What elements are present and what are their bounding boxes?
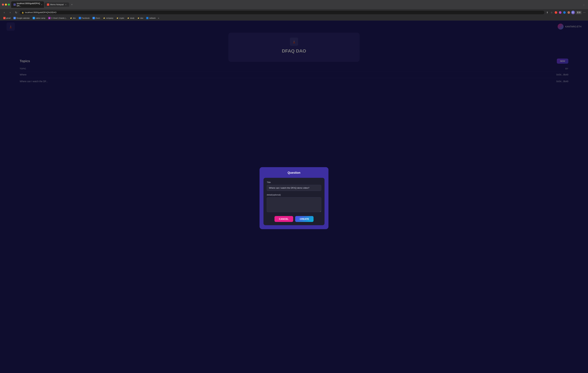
zoom-icon: Z: [93, 17, 95, 19]
detail-textarea[interactable]: [267, 197, 321, 212]
cancel-button[interactable]: CANCEL: [274, 216, 293, 222]
bookmark-icon[interactable]: ☆: [550, 11, 553, 14]
bookmark-c-voxel[interactable]: ◆ C-Voxel | Grants |...: [47, 17, 68, 20]
bookmark-facebook-label: Facebook: [82, 17, 90, 19]
bookmark-gmail-label: gmail: [6, 17, 10, 19]
bookmark-dev[interactable]: 📁 dev: [69, 17, 77, 20]
bookmark-dao[interactable]: 📁 dao: [136, 17, 145, 20]
extension-icon-2[interactable]: 🟣: [558, 11, 562, 14]
dao-icon: 📁: [137, 17, 140, 19]
modal-buttons: CANCEL CREATE: [267, 216, 321, 222]
bookmark-study-label: study: [130, 17, 134, 19]
close-window-button[interactable]: [2, 4, 4, 6]
bookmark-google-calendar[interactable]: G Google calendar: [12, 17, 31, 20]
menu-icon[interactable]: ⋯: [583, 11, 586, 14]
netbank-icon: 🔷: [146, 17, 148, 19]
tab-2[interactable]: Memo Notepad ✕: [45, 2, 69, 7]
tab-label-1: localhost:3000/guild/DFAQ DA...: [17, 2, 40, 7]
bookmark-dev-label: dev: [73, 17, 76, 19]
tab-close-1[interactable]: ✕: [41, 3, 42, 6]
tab-favicon-2: [47, 3, 49, 6]
bookmark-company[interactable]: 📁 company: [102, 17, 115, 20]
page-content: 🗼 KANTARO.ETH 🗼 DFAQ DAO Topics NEW TOPI…: [0, 21, 588, 373]
native-camp-icon: N: [33, 17, 35, 19]
title-input[interactable]: [267, 185, 321, 191]
traffic-lights: [2, 4, 10, 6]
bookmark-netbank-label: netbank: [149, 17, 156, 19]
bookmark-c-voxel-label: C-Voxel | Grants |...: [51, 17, 67, 19]
facebook-icon: f: [79, 17, 81, 19]
modal-title: Question: [263, 171, 325, 175]
bookmark-google-label: Google calendar: [16, 17, 30, 19]
translate-button[interactable]: 更新: [576, 11, 582, 14]
address-bar[interactable]: 🔒 localhost:3000/guild/DFAQ%20DAO: [20, 11, 544, 14]
share-icon[interactable]: ⬆: [546, 11, 549, 14]
tab-list-button[interactable]: ⌄: [582, 3, 586, 6]
bookmark-crypto-label: crypto: [119, 17, 124, 19]
refresh-button[interactable]: ↻: [14, 10, 18, 15]
extension-icon-4[interactable]: 🟤: [567, 11, 570, 14]
tab-favicon-1: [13, 3, 16, 6]
study-icon: 📁: [127, 17, 129, 19]
tab-close-2[interactable]: ✕: [65, 3, 67, 6]
extension-icon-1[interactable]: 🔴: [554, 11, 557, 14]
browser-chrome: localhost:3000/guild/DFAQ DA... ✕ Memo N…: [0, 0, 588, 21]
bookmarks-bar: M gmail G Google calendar N native camp …: [0, 16, 588, 21]
c-voxel-icon: ◆: [48, 17, 51, 19]
bookmark-zoom-label: Zoom: [95, 17, 100, 19]
modal-overlay: Question Title detail(optional) CANCEL C…: [0, 21, 588, 373]
new-tab-button[interactable]: +: [70, 3, 74, 7]
lock-icon: 🔒: [22, 11, 24, 14]
bookmark-dao-label: dao: [140, 17, 143, 19]
bookmark-company-label: company: [106, 17, 113, 19]
question-modal: Question Title detail(optional) CANCEL C…: [260, 167, 328, 229]
browser-title-bar: localhost:3000/guild/DFAQ DA... ✕ Memo N…: [0, 0, 588, 9]
forward-button[interactable]: ›: [8, 10, 12, 15]
bookmark-native-camp-label: native camp: [36, 17, 45, 19]
minimize-window-button[interactable]: [5, 4, 7, 6]
detail-field-label: detail(optional): [267, 194, 321, 196]
google-calendar-icon: G: [13, 17, 16, 19]
bookmarks-more-button[interactable]: »: [157, 16, 160, 20]
browser-toolbar: ‹ › ↻ 🔒 localhost:3000/guild/DFAQ%20DAO …: [0, 9, 588, 16]
bookmark-netbank[interactable]: 🔷 netbank: [145, 17, 157, 20]
address-url: localhost:3000/guild/DFAQ%20DAO: [25, 11, 56, 14]
tabs-bar: localhost:3000/guild/DFAQ DA... ✕ Memo N…: [11, 1, 586, 8]
bookmark-facebook[interactable]: f Facebook: [77, 17, 91, 20]
create-button[interactable]: CREATE: [295, 216, 314, 222]
back-button[interactable]: ‹: [2, 10, 7, 15]
toolbar-actions: ⬆ ☆ 🔴 🟣 🔵 🟤 K 更新 ⋯: [546, 11, 586, 14]
tab-1[interactable]: localhost:3000/guild/DFAQ DA... ✕: [11, 1, 44, 8]
bookmark-gmail[interactable]: M gmail: [2, 17, 12, 20]
bookmark-crypto[interactable]: 📁 crypto: [115, 17, 126, 20]
bookmark-native-camp[interactable]: N native camp: [31, 17, 47, 20]
title-field-label: Title: [267, 181, 321, 184]
extension-icon-3[interactable]: 🔵: [563, 11, 566, 14]
dev-icon: 📁: [70, 17, 72, 19]
tab-label-2: Memo Notepad: [50, 3, 64, 6]
profile-avatar[interactable]: K: [571, 11, 575, 14]
crypto-icon: 📁: [116, 17, 119, 19]
bookmark-zoom[interactable]: Z Zoom: [91, 17, 101, 20]
modal-form: Title detail(optional) CANCEL CREATE: [263, 178, 325, 225]
gmail-icon: M: [3, 17, 6, 19]
bookmark-study[interactable]: 📁 study: [126, 17, 136, 20]
company-icon: 📁: [103, 17, 105, 19]
maximize-window-button[interactable]: [8, 4, 10, 6]
